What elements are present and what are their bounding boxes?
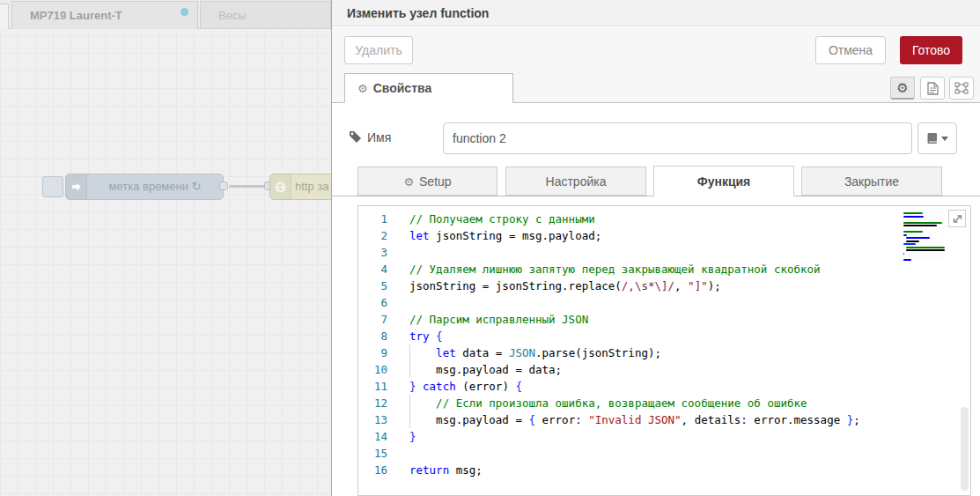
line-number: 6	[358, 294, 399, 311]
line-number: 4	[358, 261, 399, 278]
line-number: 14	[358, 428, 399, 445]
code-line[interactable]: return msg;	[399, 462, 970, 478]
code-line[interactable]: // Получаем строку с данными	[399, 211, 970, 227]
gear-icon: ⚙	[357, 82, 368, 95]
dialog-title: Изменить узел function	[332, 0, 980, 26]
name-input[interactable]	[443, 122, 912, 154]
chevron-down-icon	[941, 137, 948, 141]
code-line[interactable]: // Удаляем лишнюю запятую перед закрываю…	[399, 261, 970, 278]
node-appearance-button[interactable]	[949, 77, 974, 100]
code-line[interactable]: }	[399, 428, 970, 445]
dialog-header: Изменить узел function	[332, 0, 980, 26]
edit-node-dialog: Изменить узел function Удалить Отмена Го…	[331, 0, 980, 496]
line-number: 10	[358, 361, 399, 378]
line-number: 1	[358, 211, 399, 227]
gear-icon: ⚙	[896, 80, 908, 96]
code-line[interactable]	[399, 294, 970, 311]
code-line[interactable]: // Если произошла ошибка, возвращаем соо…	[399, 395, 970, 411]
cancel-button[interactable]: Отмена	[815, 36, 886, 64]
line-number: 3	[358, 244, 399, 261]
tag-icon	[349, 130, 362, 144]
dialog-toolbar: Удалить Отмена Готово	[332, 27, 980, 73]
line-number: 2	[358, 227, 399, 244]
properties-tabrow: ⚙Свойства ⚙	[332, 73, 980, 103]
line-number: 12	[358, 395, 399, 411]
code-line[interactable]: let jsonString = msg.payload;	[399, 227, 970, 244]
code-line[interactable]: // Парсим исправленный JSON	[399, 311, 970, 328]
code-line[interactable]: let data = JSON.parse(jsonString);	[399, 344, 970, 361]
function-tabrow: ⚙Setup Настройка Функция Закрытие	[332, 166, 980, 196]
name-label: Имя	[367, 130, 391, 144]
library-button[interactable]	[917, 122, 957, 154]
node-description-button[interactable]	[920, 77, 945, 100]
done-button[interactable]: Готово	[900, 36, 962, 64]
tab-label: Функция	[697, 174, 751, 189]
tab-label: Закрытие	[844, 174, 899, 189]
line-number: 7	[358, 311, 399, 328]
book-icon	[927, 132, 938, 144]
code-line[interactable]	[399, 445, 970, 462]
delete-button[interactable]: Удалить	[344, 36, 413, 64]
edit-properties-button[interactable]: ⚙	[890, 77, 915, 100]
tab-zakrytie[interactable]: Закрытие	[801, 167, 942, 196]
expand-icon	[953, 214, 962, 224]
workspace-shade-overlay	[0, 0, 331, 496]
gear-icon: ⚙	[403, 175, 414, 189]
expand-editor-button[interactable]	[948, 210, 966, 227]
line-number: 13	[358, 411, 399, 428]
editor-scrollbar[interactable]	[961, 407, 969, 491]
line-numbers: 12345678910111213141516	[358, 211, 399, 478]
code-line[interactable]	[399, 244, 970, 261]
line-number: 11	[358, 378, 399, 395]
code-line[interactable]: jsonString = jsonString.replace(/,\s*\]/…	[399, 278, 970, 294]
line-number: 5	[358, 278, 399, 294]
line-number: 16	[358, 462, 399, 478]
name-row: Имя	[332, 122, 980, 154]
tab-label: Setup	[419, 174, 452, 189]
group-icon	[954, 82, 969, 94]
tab-setup[interactable]: ⚙Setup	[357, 167, 497, 196]
tab-funktsiya[interactable]: Функция	[653, 166, 794, 196]
minimap[interactable]	[902, 210, 944, 261]
line-number: 9	[358, 344, 399, 361]
code-line[interactable]: msg.payload = data;	[399, 361, 970, 378]
code-line[interactable]: msg.payload = { error: "Invalid JSON", d…	[399, 411, 970, 428]
flow-workspace[interactable]: MP719 Laurent-T Весы метка времени ↻	[0, 0, 331, 496]
line-number: 8	[358, 328, 399, 344]
code-content[interactable]: // Получаем строку с даннымиlet jsonStri…	[399, 211, 970, 478]
tab-label: Настройка	[546, 174, 607, 189]
code-editor[interactable]: 12345678910111213141516 // Получаем стро…	[357, 205, 971, 496]
code-line[interactable]: } catch (error) {	[399, 378, 970, 395]
code-line[interactable]: try {	[399, 328, 970, 344]
tab-properties[interactable]: ⚙Свойства	[344, 73, 513, 103]
tab-nastroika[interactable]: Настройка	[505, 167, 646, 196]
line-number: 15	[358, 445, 399, 462]
node-red-app: MP719 Laurent-T Весы метка времени ↻	[0, 0, 980, 496]
properties-tab-label: Свойства	[373, 81, 432, 95]
doc-icon	[927, 82, 939, 95]
